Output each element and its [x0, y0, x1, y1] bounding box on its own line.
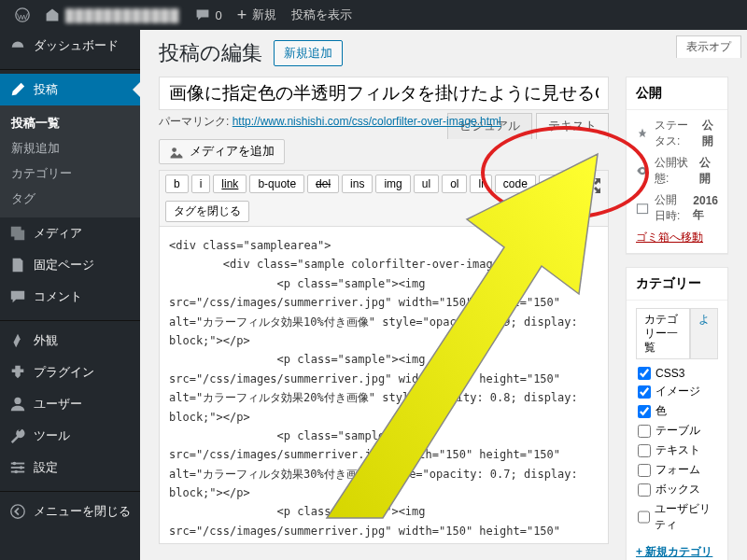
category-checkbox[interactable]: [638, 483, 651, 497]
calendar-icon: [636, 202, 649, 215]
subnav-categories[interactable]: カテゴリー: [0, 161, 140, 187]
category-checkbox[interactable]: [638, 425, 651, 438]
quicktags-toolbar-2: タグを閉じる: [159, 197, 609, 227]
nav-media[interactable]: メディア: [0, 217, 140, 249]
category-item[interactable]: イメージ: [638, 382, 716, 401]
category-label: イメージ: [655, 384, 700, 399]
qt-close-tags[interactable]: タグを閉じる: [165, 201, 249, 222]
subnav-tags[interactable]: タグ: [0, 187, 140, 212]
comment-count: 0: [216, 8, 222, 22]
nav-label: 設定: [34, 459, 58, 476]
qt-bquote[interactable]: b-quote: [249, 175, 304, 193]
site-link[interactable]: ████████████: [37, 7, 188, 22]
nav-label: 固定ページ: [34, 257, 94, 273]
qt-more[interactable]: more: [539, 175, 581, 193]
qt-code[interactable]: code: [495, 175, 536, 193]
qt-link[interactable]: link: [213, 175, 247, 193]
qt-li[interactable]: li: [470, 175, 491, 193]
category-item[interactable]: フォーム: [638, 460, 716, 480]
new-label: 新規: [252, 7, 276, 23]
nav-pages[interactable]: 固定ページ: [0, 249, 140, 281]
nav-label: ツール: [34, 427, 70, 444]
qt-bold[interactable]: b: [165, 175, 189, 193]
admin-sidebar: ダッシュボード 投稿 投稿一覧 新規追加 カテゴリー タグ メディア 固定ページ…: [0, 30, 140, 560]
view-post-link[interactable]: 投稿を表示: [284, 7, 359, 23]
permalink-link[interactable]: http://www.nishishi.com/css/colorfilter-…: [233, 115, 501, 128]
nav-tools[interactable]: ツール: [0, 420, 140, 452]
category-item[interactable]: ボックス: [638, 480, 716, 499]
qt-ul[interactable]: ul: [414, 175, 439, 193]
screen-options-button[interactable]: 表示オプ: [676, 35, 741, 58]
category-item[interactable]: テーブル: [638, 421, 716, 441]
new-link[interactable]: +新規: [230, 6, 285, 25]
status-row: ステータス: 公開: [636, 118, 718, 149]
nav-label: コメント: [34, 288, 82, 305]
wp-logo[interactable]: [7, 7, 37, 22]
add-media-button[interactable]: メディアを追加: [159, 139, 285, 164]
add-new-button[interactable]: 新規追加: [274, 40, 343, 66]
post-title-input[interactable]: [159, 77, 609, 110]
page-title: 投稿の編集: [159, 39, 262, 67]
category-label: ユーザビリティ: [655, 501, 716, 533]
nav-label: 外観: [34, 332, 58, 349]
subnav-all-posts[interactable]: 投稿一覧: [0, 111, 140, 136]
nav-comments[interactable]: コメント: [0, 281, 140, 313]
qt-del[interactable]: del: [307, 175, 339, 193]
nav-collapse[interactable]: メニューを閉じる: [0, 496, 140, 527]
category-checkbox[interactable]: [638, 511, 650, 524]
subnav-new-post[interactable]: 新規追加: [0, 136, 140, 161]
add-media-label: メディアを追加: [190, 144, 275, 160]
category-item[interactable]: テキスト: [638, 441, 716, 460]
nav-separator: [0, 65, 140, 70]
cat-tab-most[interactable]: よ: [690, 308, 718, 358]
editor-textarea-wrap[interactable]: <div class="samplearea"> <div class="sam…: [159, 227, 609, 544]
qt-italic[interactable]: i: [191, 175, 211, 193]
category-item[interactable]: ユーザビリティ: [638, 499, 716, 535]
editor-column: パーマリンク: http://www.nishishi.com/css/colo…: [159, 77, 609, 560]
add-category-link[interactable]: + 新規カテゴリーを: [636, 544, 718, 560]
category-checkbox[interactable]: [638, 464, 651, 477]
category-checkbox[interactable]: [638, 405, 651, 418]
svg-point-5: [13, 462, 17, 466]
nav-posts[interactable]: 投稿: [0, 74, 140, 105]
permalink-label: パーマリンク:: [159, 115, 229, 128]
svg-point-1: [14, 398, 21, 404]
nav-settings[interactable]: 設定: [0, 452, 140, 483]
view-post-label: 投稿を表示: [291, 7, 352, 23]
category-tabs: カテゴリー一覧 よ: [636, 308, 718, 359]
visibility-label: 公開状態:: [655, 155, 694, 187]
category-item[interactable]: 色: [638, 401, 716, 421]
qt-ol[interactable]: ol: [442, 175, 467, 193]
tab-text[interactable]: テキスト: [536, 113, 609, 139]
status-label: ステータス:: [655, 118, 697, 149]
svg-point-7: [14, 470, 18, 474]
nav-users[interactable]: ユーザー: [0, 388, 140, 420]
qt-ins[interactable]: ins: [342, 175, 373, 193]
nav-appearance[interactable]: 外観: [0, 325, 140, 357]
pin-icon: [636, 127, 649, 140]
fullscreen-icon[interactable]: [584, 176, 602, 195]
nav-label: 投稿: [34, 81, 58, 98]
quicktags-toolbar: b i link b-quote del ins img ul ol li co…: [159, 170, 609, 197]
trash-link[interactable]: ゴミ箱へ移動: [636, 231, 703, 244]
nav-plugins[interactable]: プラグイン: [0, 357, 140, 388]
comments-link[interactable]: 0: [188, 7, 230, 22]
nav-dashboard[interactable]: ダッシュボード: [0, 30, 140, 62]
nav-label: ユーザー: [34, 396, 82, 413]
category-label: テキスト: [655, 442, 700, 458]
category-checkbox[interactable]: [638, 385, 651, 399]
category-label: CSS3: [655, 367, 684, 380]
page-header: 投稿の編集 新規追加: [159, 39, 728, 67]
nav-separator: [0, 316, 140, 321]
admin-bar: ████████████ 0 +新規 投稿を表示: [0, 0, 747, 30]
visibility-row: 公開状態: 公開: [636, 155, 718, 187]
qt-img[interactable]: img: [375, 175, 410, 193]
publish-heading: 公開: [627, 77, 727, 110]
cat-tab-all[interactable]: カテゴリー一覧: [636, 308, 690, 358]
category-item[interactable]: CSS3: [638, 365, 716, 382]
category-label: フォーム: [655, 462, 700, 478]
editor-content[interactable]: <div class="samplearea"> <div class="sam…: [169, 236, 599, 544]
category-checkbox[interactable]: [638, 367, 651, 380]
category-label: ボックス: [655, 482, 700, 497]
category-checkbox[interactable]: [638, 444, 651, 457]
